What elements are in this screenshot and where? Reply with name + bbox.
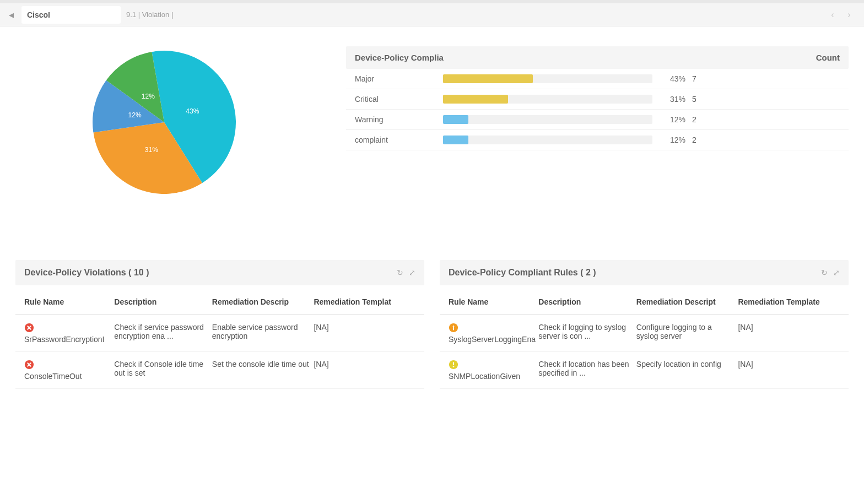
compliance-row: Critical 31% 5 xyxy=(346,89,849,110)
compliance-row-count: 2 xyxy=(692,136,696,144)
violations-table-head: Rule Name Description Remediation Descri… xyxy=(15,285,424,315)
next-icon[interactable]: › xyxy=(843,9,855,21)
compliant-panel: Device-Policy Compliant Rules ( 2 ) ↻ ⤢ … xyxy=(440,260,849,389)
violations-title: Device-Policy Violations ( 10 ) xyxy=(24,268,149,278)
table-row[interactable]: ConsoleTimeOut Check if Console idle tim… xyxy=(15,352,424,389)
compliance-bar-fill xyxy=(443,115,468,124)
svg-rect-6 xyxy=(453,362,454,365)
compliance-row-name: complaint xyxy=(355,136,443,144)
compliant-table-head: Rule Name Description Remediation Descri… xyxy=(440,285,849,315)
compliance-row-name: Critical xyxy=(355,95,443,104)
col-header-remd: Remediation Descrip xyxy=(212,297,314,306)
pie-svg xyxy=(81,39,247,205)
refresh-icon[interactable]: ↻ xyxy=(397,268,403,277)
col-header-desc: Description xyxy=(114,297,212,306)
cell-remediation-template: [NA] xyxy=(314,323,415,332)
compliance-row: Major 43% 7 xyxy=(346,69,849,89)
svg-point-3 xyxy=(453,326,455,327)
cell-rule-name: ConsoleTimeOut xyxy=(24,360,114,381)
cell-rule-name: SNMPLocationGiven xyxy=(449,360,538,381)
prev-icon[interactable]: ‹ xyxy=(827,9,839,21)
svg-point-7 xyxy=(453,366,455,367)
cell-rule-name: SyslogServerLoggingEna xyxy=(449,323,538,344)
pie-slice-label: 12% xyxy=(142,93,155,100)
header-nav: ‹ › xyxy=(827,9,855,21)
table-row[interactable]: SyslogServerLoggingEna Check if logging … xyxy=(440,315,849,352)
pie-slice-label: 43% xyxy=(186,107,199,115)
col-header-remt: Remediation Templat xyxy=(314,297,415,306)
cell-description: Check if Console idle time out is set xyxy=(114,360,212,377)
col-header-rule: Rule Name xyxy=(449,297,538,306)
compliance-row-count: 2 xyxy=(692,115,696,124)
warn-icon xyxy=(449,360,458,370)
compliance-bar xyxy=(443,115,652,124)
device-name: CiscoI xyxy=(27,10,50,19)
compliance-row-percent: 43% xyxy=(659,74,685,83)
compliance-bar-fill xyxy=(443,136,468,144)
compliance-bar xyxy=(443,74,652,83)
compliance-bar-fill xyxy=(443,95,508,104)
page-header: ◂ CiscoI 9.1 | Violation | ‹ › xyxy=(0,0,864,26)
error-icon xyxy=(24,360,34,370)
compliance-header-label: Device-Policy Complia xyxy=(355,53,663,62)
pie-chart-panel: 43%31%12%12% xyxy=(15,46,313,194)
top-row: 43%31%12%12% Device-Policy Complia Count… xyxy=(15,46,849,194)
compliance-panel: Device-Policy Complia Count Major 43% 7 … xyxy=(346,46,849,194)
compliance-row-name: Major xyxy=(355,74,443,83)
col-header-rule: Rule Name xyxy=(24,297,114,306)
table-row[interactable]: SrPasswordEncryptionI Check if service p… xyxy=(15,315,424,352)
cell-description: Check if location has been specified in … xyxy=(538,360,636,377)
col-header-remd: Remediation Descript xyxy=(636,297,738,306)
compliance-header: Device-Policy Complia Count xyxy=(346,46,849,69)
cell-remediation-template: [NA] xyxy=(314,360,415,368)
violations-panel-header: Device-Policy Violations ( 10 ) ↻ ⤢ xyxy=(15,260,424,285)
compliance-row-percent: 12% xyxy=(659,136,685,144)
error-icon xyxy=(24,323,34,333)
compliance-row-percent: 31% xyxy=(659,95,685,104)
compliant-title: Device-Policy Compliant Rules ( 2 ) xyxy=(449,268,596,278)
compliance-row-count: 5 xyxy=(692,95,696,104)
col-header-remt: Remediation Template xyxy=(738,297,840,306)
page-content: 43%31%12%12% Device-Policy Complia Count… xyxy=(0,46,864,411)
compliant-panel-header: Device-Policy Compliant Rules ( 2 ) ↻ ⤢ xyxy=(440,260,849,285)
refresh-icon[interactable]: ↻ xyxy=(821,268,828,277)
cell-rule-name: SrPasswordEncryptionI xyxy=(24,323,114,344)
compliance-row-percent: 12% xyxy=(659,115,685,124)
panel-header-icons: ↻ ⤢ xyxy=(397,268,415,277)
svg-rect-4 xyxy=(453,327,454,330)
cell-remediation-desc: Specify location in config xyxy=(636,360,738,368)
compliance-bar xyxy=(443,95,652,104)
col-header-desc: Description xyxy=(538,297,636,306)
pie-slice-label: 31% xyxy=(145,146,158,154)
cell-description: Check if service password encryption ena… xyxy=(114,323,212,340)
violations-panel: Device-Policy Violations ( 10 ) ↻ ⤢ Rule… xyxy=(15,260,424,389)
compliance-bar-fill xyxy=(443,74,533,83)
compliance-header-count: Count xyxy=(816,53,840,62)
compliance-bar xyxy=(443,136,652,144)
table-row[interactable]: SNMPLocationGiven Check if location has … xyxy=(440,352,849,389)
panel-header-icons: ↻ ⤢ xyxy=(821,268,840,277)
pie-slice-label: 12% xyxy=(128,111,142,119)
expand-icon[interactable]: ⤢ xyxy=(409,268,415,277)
compliance-row-name: Warning xyxy=(355,115,443,124)
breadcrumb: 9.1 | Violation | xyxy=(126,10,173,19)
cell-remediation-desc: Configure logging to a syslog server xyxy=(636,323,738,340)
back-icon[interactable]: ◂ xyxy=(9,9,14,21)
cell-remediation-desc: Enable service password encryption xyxy=(212,323,314,340)
header-title-box: CiscoI xyxy=(21,6,121,24)
expand-icon[interactable]: ⤢ xyxy=(833,268,840,277)
cell-description: Check if logging to syslog server is con… xyxy=(538,323,636,340)
warn-icon xyxy=(449,323,458,333)
pie-chart: 43%31%12%12% xyxy=(93,51,236,194)
compliance-row: Warning 12% 2 xyxy=(346,110,849,130)
cell-remediation-template: [NA] xyxy=(738,323,840,332)
compliance-row: complaint 12% 2 xyxy=(346,130,849,150)
compliance-row-count: 7 xyxy=(692,74,696,83)
cell-remediation-template: [NA] xyxy=(738,360,840,368)
cell-remediation-desc: Set the console idle time out xyxy=(212,360,314,368)
tables-row: Device-Policy Violations ( 10 ) ↻ ⤢ Rule… xyxy=(15,260,849,389)
